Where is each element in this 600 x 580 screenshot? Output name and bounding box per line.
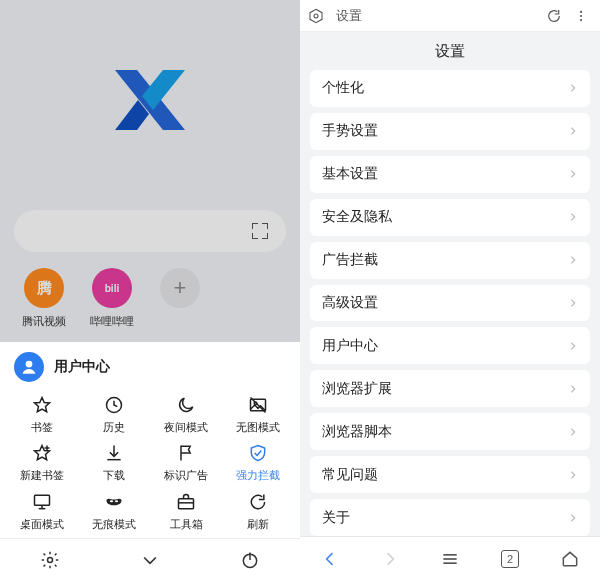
- menu-item-toolbox[interactable]: 工具箱: [150, 487, 222, 536]
- settings-row-label: 安全及隐私: [322, 208, 392, 226]
- right-panel: 设置 设置 个性化手势设置基本设置安全及隐私广告拦截高级设置用户中心浏览器扩展浏…: [300, 0, 600, 580]
- menu-item-label: 工具箱: [170, 517, 203, 532]
- tab-count-badge: 2: [501, 550, 519, 568]
- settings-row-label: 个性化: [322, 79, 364, 97]
- settings-row-label: 浏览器扩展: [322, 380, 392, 398]
- settings-button[interactable]: [0, 539, 100, 580]
- bottom-nav: 2: [300, 536, 600, 580]
- avatar-icon: [14, 352, 44, 382]
- nav-forward[interactable]: [360, 537, 420, 580]
- nav-tabs[interactable]: 2: [480, 537, 540, 580]
- settings-row[interactable]: 关于: [310, 499, 590, 536]
- scan-icon[interactable]: [252, 223, 268, 239]
- menu-item-label: 下载: [103, 468, 125, 483]
- menu-item-noimg[interactable]: 无图模式: [222, 390, 294, 439]
- settings-row[interactable]: 常见问题: [310, 456, 590, 493]
- svg-point-17: [110, 500, 113, 502]
- settings-row[interactable]: 高级设置: [310, 285, 590, 322]
- menu-item-label: 无图模式: [236, 420, 280, 435]
- svg-point-28: [580, 19, 582, 21]
- settings-row[interactable]: 浏览器扩展: [310, 370, 590, 407]
- menu-item-flag[interactable]: 标识广告: [150, 439, 222, 488]
- exit-button[interactable]: [200, 539, 300, 580]
- svg-point-26: [580, 10, 582, 12]
- svg-rect-14: [35, 495, 50, 505]
- chevron-right-icon: [568, 297, 578, 309]
- settings-row-label: 浏览器脚本: [322, 423, 392, 441]
- chevron-right-icon: [568, 125, 578, 137]
- collapse-button[interactable]: [100, 539, 200, 580]
- speed-dial-label: 腾讯视频: [22, 314, 66, 329]
- speed-dial-icon: 腾: [24, 268, 64, 308]
- chevron-right-icon: [568, 340, 578, 352]
- menu-grid: 书签历史夜间模式无图模式新建书签下载标识广告强力拦截桌面模式无痕模式工具箱刷新: [0, 388, 300, 538]
- page-title: 设置: [300, 32, 600, 70]
- svg-point-27: [580, 14, 582, 16]
- chevron-right-icon: [568, 383, 578, 395]
- menu-item-label: 夜间模式: [164, 420, 208, 435]
- menu-item-star-plus[interactable]: 新建书签: [6, 439, 78, 488]
- search-bar[interactable]: [14, 210, 286, 252]
- site-chip-icon: [308, 8, 330, 24]
- logo-area: [0, 0, 300, 200]
- svg-point-21: [48, 557, 53, 562]
- plus-icon: +: [160, 268, 200, 308]
- settings-row[interactable]: 广告拦截: [310, 242, 590, 279]
- sheet-bottom-bar: [0, 538, 300, 580]
- menu-item-label: 强力拦截: [236, 468, 280, 483]
- reload-icon[interactable]: [546, 8, 568, 24]
- menu-item-desktop[interactable]: 桌面模式: [6, 487, 78, 536]
- nav-menu[interactable]: [420, 537, 480, 580]
- moon-icon: [175, 394, 197, 416]
- chevron-right-icon: [568, 82, 578, 94]
- speed-dial[interactable]: bili 哔哩哔哩: [88, 268, 136, 329]
- nav-back[interactable]: [300, 537, 360, 580]
- menu-item-history[interactable]: 历史: [78, 390, 150, 439]
- more-icon[interactable]: [574, 9, 592, 23]
- chevron-right-icon: [568, 168, 578, 180]
- menu-item-label: 标识广告: [164, 468, 208, 483]
- user-center-header[interactable]: 用户中心: [0, 342, 300, 388]
- user-center-title: 用户中心: [54, 358, 110, 376]
- reload-icon: [247, 491, 269, 513]
- toolbox-icon: [175, 491, 197, 513]
- svg-rect-19: [179, 499, 194, 509]
- address-bar[interactable]: 设置: [300, 0, 600, 32]
- menu-item-label: 无痕模式: [92, 517, 136, 532]
- chevron-right-icon: [568, 426, 578, 438]
- svg-point-25: [314, 14, 318, 18]
- menu-item-shield[interactable]: 强力拦截: [222, 439, 294, 488]
- speed-dial-label: 哔哩哔哩: [90, 314, 134, 329]
- speed-dial[interactable]: 腾 腾讯视频: [20, 268, 68, 329]
- speed-dial-icon: bili: [92, 268, 132, 308]
- speed-dial-add[interactable]: +: [156, 268, 204, 329]
- nav-home[interactable]: [540, 537, 600, 580]
- settings-row-label: 关于: [322, 509, 350, 527]
- menu-item-star[interactable]: 书签: [6, 390, 78, 439]
- chevron-right-icon: [568, 211, 578, 223]
- mask-icon: [103, 491, 125, 513]
- address-text: 设置: [336, 7, 540, 25]
- star-icon: [31, 394, 53, 416]
- chevron-right-icon: [568, 512, 578, 524]
- settings-row[interactable]: 个性化: [310, 70, 590, 107]
- menu-item-label: 新建书签: [20, 468, 64, 483]
- history-icon: [103, 394, 125, 416]
- settings-row[interactable]: 浏览器脚本: [310, 413, 590, 450]
- settings-row[interactable]: 用户中心: [310, 327, 590, 364]
- menu-item-label: 刷新: [247, 517, 269, 532]
- menu-item-moon[interactable]: 夜间模式: [150, 390, 222, 439]
- menu-item-label: 书签: [31, 420, 53, 435]
- settings-row[interactable]: 基本设置: [310, 156, 590, 193]
- svg-marker-24: [310, 9, 322, 22]
- menu-item-mask[interactable]: 无痕模式: [78, 487, 150, 536]
- settings-row[interactable]: 手势设置: [310, 113, 590, 150]
- settings-row-label: 高级设置: [322, 294, 378, 312]
- chevron-right-icon: [568, 254, 578, 266]
- settings-row[interactable]: 安全及隐私: [310, 199, 590, 236]
- menu-item-download[interactable]: 下载: [78, 439, 150, 488]
- chevron-right-icon: [568, 469, 578, 481]
- star-plus-icon: [31, 442, 53, 464]
- desktop-icon: [31, 491, 53, 513]
- menu-item-reload[interactable]: 刷新: [222, 487, 294, 536]
